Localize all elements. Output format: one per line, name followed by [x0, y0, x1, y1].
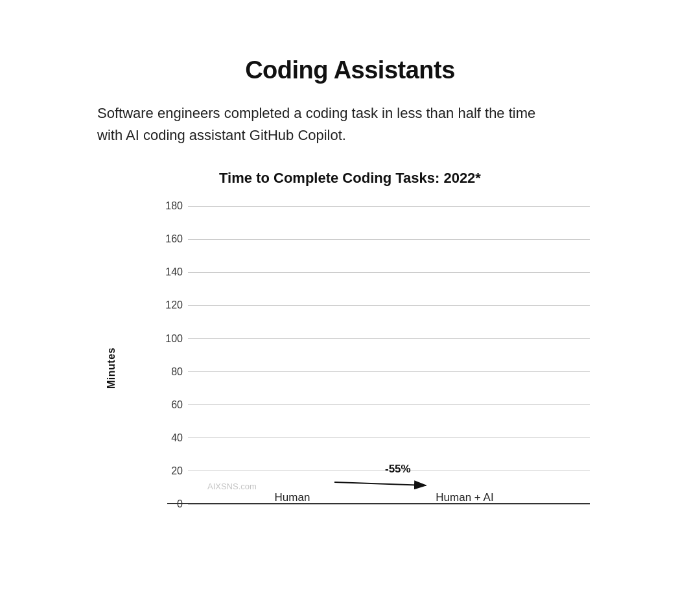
bar-group: Human [250, 482, 334, 504]
page-title: Coding Assistants [97, 56, 603, 84]
bar-label: Human + AI [436, 491, 493, 504]
card: Coding Assistants Software engineers com… [58, 30, 642, 563]
bars-area: HumanHuman + AI [167, 206, 590, 504]
y-axis-label: Minutes [106, 347, 117, 389]
chart-inner: 020406080100120140160180 HumanHuman + AI… [136, 206, 603, 530]
chart-container: Minutes 020406080100120140160180 HumanHu… [97, 206, 603, 530]
bar-group: Human + AI [423, 482, 507, 504]
description-text: Software engineers completed a coding ta… [97, 102, 564, 146]
watermark: AIXSNS.com [207, 482, 257, 491]
chart-title: Time to Complete Coding Tasks: 2022* [97, 170, 603, 187]
bar-label: Human [275, 491, 310, 504]
